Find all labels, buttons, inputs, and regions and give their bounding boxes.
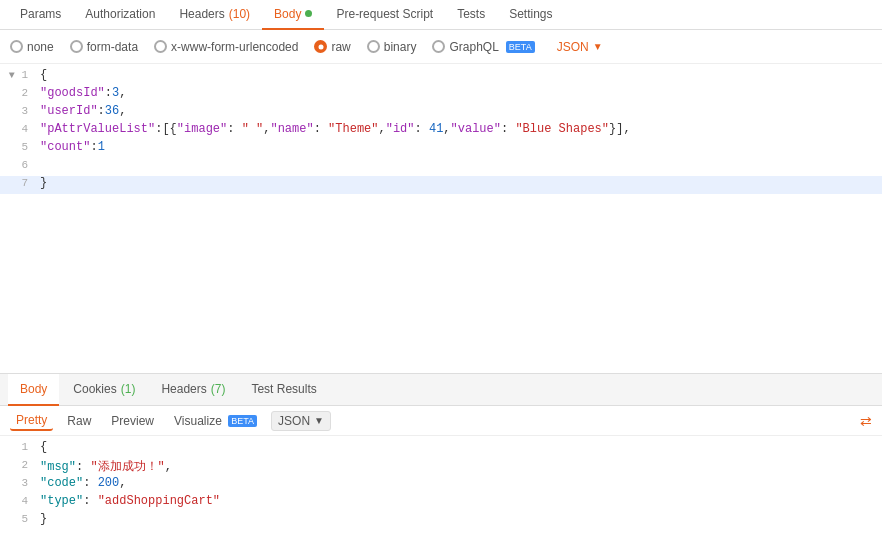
tab-body[interactable]: Body — [262, 0, 324, 30]
body-options-bar: none form-data x-www-form-urlencoded raw… — [0, 30, 882, 64]
tab-settings[interactable]: Settings — [497, 0, 564, 30]
resp-tab-testresults[interactable]: Test Results — [239, 374, 328, 406]
resp-headers-badge: (7) — [211, 382, 226, 396]
tab-headers[interactable]: Headers (10) — [167, 0, 262, 30]
response-tab-bar: Body Cookies (1) Headers (7) Test Result… — [0, 374, 882, 406]
option-form-data[interactable]: form-data — [70, 40, 138, 54]
req-line-7: 7 } — [0, 176, 882, 194]
resp-view-pretty[interactable]: Pretty — [10, 411, 53, 431]
dropdown-arrow-icon: ▼ — [593, 41, 603, 52]
resp-format-dropdown[interactable]: JSON ▼ — [271, 411, 331, 431]
radio-form-data — [70, 40, 83, 53]
resp-line-3: 3 "code": 200, — [0, 476, 882, 494]
format-dropdown[interactable]: JSON ▼ — [557, 40, 603, 54]
resp-dropdown-arrow-icon: ▼ — [314, 415, 324, 426]
resp-tab-headers[interactable]: Headers (7) — [149, 374, 237, 406]
radio-graphql — [432, 40, 445, 53]
resp-line-1: 1 { — [0, 440, 882, 458]
visualize-beta-badge: BETA — [228, 415, 257, 427]
req-line-4: 4 "pAttrValueList":[{"image": " ","name"… — [0, 122, 882, 140]
response-section: Body Cookies (1) Headers (7) Test Result… — [0, 374, 882, 549]
response-toolbar: Pretty Raw Preview Visualize BETA JSON ▼… — [0, 406, 882, 436]
option-raw[interactable]: raw — [314, 40, 350, 54]
graphql-beta-badge: BETA — [506, 41, 535, 53]
tab-authorization[interactable]: Authorization — [73, 0, 167, 30]
resp-tab-body[interactable]: Body — [8, 374, 59, 406]
radio-none — [10, 40, 23, 53]
resp-tab-cookies[interactable]: Cookies (1) — [61, 374, 147, 406]
resp-view-visualize[interactable]: Visualize BETA — [168, 412, 263, 430]
option-none[interactable]: none — [10, 40, 54, 54]
request-code-editor[interactable]: ▼ 1 { 2 "goodsId":3, 3 "userId":36, 4 "p… — [0, 64, 882, 374]
filter-icon[interactable]: ⇄ — [860, 413, 872, 429]
tab-prerequest[interactable]: Pre-request Script — [324, 0, 445, 30]
resp-line-4: 4 "type": "addShoppingCart" — [0, 494, 882, 512]
response-code-editor[interactable]: 1 { 2 "msg": "添加成功！", 3 "code": 200, 4 "… — [0, 436, 882, 534]
top-tab-bar: Params Authorization Headers (10) Body P… — [0, 0, 882, 30]
option-binary[interactable]: binary — [367, 40, 417, 54]
req-line-2: 2 "goodsId":3, — [0, 86, 882, 104]
option-graphql[interactable]: GraphQL BETA — [432, 40, 534, 54]
tab-tests[interactable]: Tests — [445, 0, 497, 30]
tab-params[interactable]: Params — [8, 0, 73, 30]
resp-line-5: 5 } — [0, 512, 882, 530]
resp-view-raw[interactable]: Raw — [61, 412, 97, 430]
radio-binary — [367, 40, 380, 53]
option-urlencoded[interactable]: x-www-form-urlencoded — [154, 40, 298, 54]
resp-line-2: 2 "msg": "添加成功！", — [0, 458, 882, 476]
headers-badge: (10) — [229, 7, 250, 21]
req-line-5: 5 "count":1 — [0, 140, 882, 158]
cookies-badge: (1) — [121, 382, 136, 396]
body-active-dot — [305, 10, 312, 17]
radio-urlencoded — [154, 40, 167, 53]
radio-raw — [314, 40, 327, 53]
req-line-1: ▼ 1 { — [0, 68, 882, 86]
req-line-3: 3 "userId":36, — [0, 104, 882, 122]
req-line-6: 6 — [0, 158, 882, 176]
resp-view-preview[interactable]: Preview — [105, 412, 160, 430]
